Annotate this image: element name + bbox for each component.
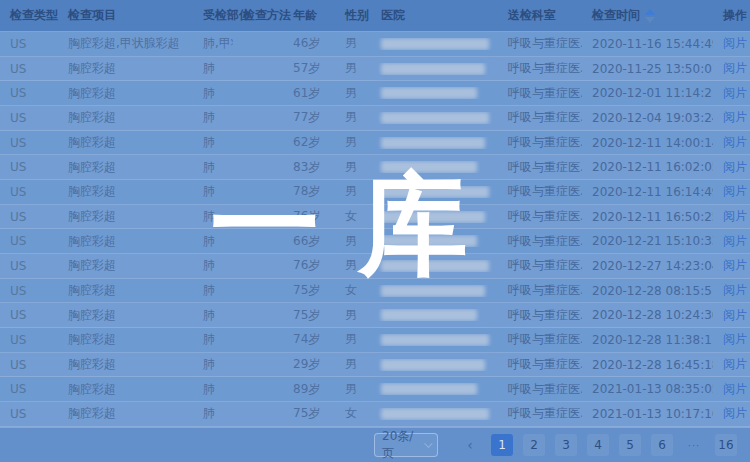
cell-action: 阅片 [713, 356, 750, 373]
cell-hospital-redacted [371, 383, 498, 395]
view-images-link[interactable]: 阅片 [723, 308, 747, 322]
table-row[interactable]: US 胸腔彩超 肺 29岁 男 呼吸与重症医... 2020-12-28 16:… [0, 353, 750, 378]
page-button-1[interactable]: 1 [491, 434, 513, 456]
table-row[interactable]: US 胸腔彩超 肺 75岁 男 呼吸与重症医... 2020-12-28 10:… [0, 303, 750, 328]
cell-age: 29岁 [283, 356, 335, 373]
page-button-3[interactable]: 3 [555, 434, 577, 456]
view-images-link[interactable]: 阅片 [723, 234, 747, 248]
pager-ellipsis[interactable]: ··· [683, 434, 705, 456]
cell-action: 阅片 [713, 208, 750, 225]
page-button-2[interactable]: 2 [523, 434, 545, 456]
sort-caret-icon[interactable] [645, 9, 655, 23]
prev-page-button[interactable]: ‹ [459, 434, 481, 456]
cell-hospital-redacted [371, 112, 498, 124]
cell-exam-item: 胸腔彩超 [58, 282, 193, 299]
cell-exam-type: US [0, 160, 58, 174]
cell-gender: 男 [335, 134, 371, 151]
cell-hospital-redacted [371, 235, 498, 247]
table-row[interactable]: US 胸腔彩超 肺 66岁 男 呼吸与重症医... 2020-12-21 15:… [0, 229, 750, 254]
view-images-link[interactable]: 阅片 [723, 36, 747, 50]
cell-hospital-redacted [371, 186, 498, 198]
column-header-hospital: 医院 [371, 7, 498, 24]
table-row[interactable]: US 胸腔彩超 肺 89岁 男 呼吸与重症医... 2021-01-13 08:… [0, 377, 750, 402]
cell-body-part: 肺 [193, 233, 233, 250]
table-row[interactable]: US 胸腔彩超 肺 77岁 男 呼吸与重症医... 2020-12-04 19:… [0, 106, 750, 131]
cell-age: 77岁 [283, 109, 335, 126]
table-row[interactable]: US 胸腔彩超 肺 62岁 男 呼吸与重症医... 2020-12-11 14:… [0, 131, 750, 156]
view-images-link[interactable]: 阅片 [723, 184, 747, 198]
view-images-link[interactable]: 阅片 [723, 382, 747, 396]
cell-body-part: 肺 [193, 282, 233, 299]
page-button-6[interactable]: 6 [651, 434, 673, 456]
exam-worklist-screen: 检查类型 检查项目 受检部位 检查方法 年龄 性别 医院 送检科室 检查时间 操… [0, 0, 750, 462]
table-row[interactable]: US 胸腔彩超,甲状腺彩超 肺,甲状... 46岁 男 呼吸与重症医... 20… [0, 32, 750, 57]
page-size-select[interactable]: 20条/页 [374, 433, 438, 457]
table-row[interactable]: US 胸腔彩超 肺 75岁 女 呼吸与重症医... 2021-01-13 10:… [0, 402, 750, 427]
redaction-blur [381, 309, 477, 321]
cell-department: 呼吸与重症医... [498, 381, 582, 398]
view-images-link[interactable]: 阅片 [723, 357, 747, 371]
cell-exam-item: 胸腔彩超 [58, 109, 193, 126]
view-images-link[interactable]: 阅片 [723, 209, 747, 223]
cell-gender: 男 [335, 109, 371, 126]
view-images-link[interactable]: 阅片 [723, 406, 747, 420]
cell-exam-time: 2020-12-27 14:23:04 [582, 259, 713, 273]
view-images-link[interactable]: 阅片 [723, 61, 747, 75]
cell-body-part: 肺 [193, 109, 233, 126]
cell-action: 阅片 [713, 331, 750, 348]
table-header-row: 检查类型 检查项目 受检部位 检查方法 年龄 性别 医院 送检科室 检查时间 操… [0, 0, 750, 32]
cell-exam-time: 2020-12-11 14:00:14 [582, 136, 713, 150]
cell-exam-type: US [0, 62, 58, 76]
cell-body-part: 肺 [193, 134, 233, 151]
cell-age: 61岁 [283, 85, 335, 102]
table-body: US 胸腔彩超,甲状腺彩超 肺,甲状... 46岁 男 呼吸与重症医... 20… [0, 32, 750, 427]
table-row[interactable]: US 胸腔彩超 肺 78岁 男 呼吸与重症医... 2020-12-11 16:… [0, 180, 750, 205]
page-button-5[interactable]: 5 [619, 434, 641, 456]
column-header-exam-item: 检查项目 [58, 7, 193, 24]
redaction-blur [381, 63, 485, 75]
view-images-link[interactable]: 阅片 [723, 332, 747, 346]
redaction-blur [381, 38, 489, 50]
redaction-blur [381, 161, 477, 173]
view-images-link[interactable]: 阅片 [723, 86, 747, 100]
view-images-link[interactable]: 阅片 [723, 135, 747, 149]
table-row[interactable]: US 胸腔彩超 肺 75岁 女 呼吸与重症医... 2020-12-28 08:… [0, 279, 750, 304]
cell-exam-type: US [0, 37, 58, 51]
cell-gender: 男 [335, 85, 371, 102]
cell-age: 78岁 [283, 183, 335, 200]
pager: ‹ 123456···16 [454, 434, 742, 456]
cell-department: 呼吸与重症医... [498, 60, 582, 77]
cell-exam-type: US [0, 308, 58, 322]
cell-exam-item: 胸腔彩超,甲状腺彩超 [58, 35, 193, 52]
cell-exam-item: 胸腔彩超 [58, 183, 193, 200]
cell-exam-item: 胸腔彩超 [58, 60, 193, 77]
table-row[interactable]: US 胸腔彩超 肺 61岁 男 呼吸与重症医... 2020-12-01 11:… [0, 81, 750, 106]
cell-hospital-redacted [371, 38, 498, 50]
table-row[interactable]: US 胸腔彩超 肺 76岁 女 呼吸与重症医... 2020-12-11 16:… [0, 205, 750, 230]
cell-exam-item: 胸腔彩超 [58, 85, 193, 102]
cell-body-part: 肺 [193, 85, 233, 102]
view-images-link[interactable]: 阅片 [723, 283, 747, 297]
table-row[interactable]: US 胸腔彩超 肺 74岁 男 呼吸与重症医... 2020-12-28 11:… [0, 328, 750, 353]
page-button-16[interactable]: 16 [715, 434, 737, 456]
cell-department: 呼吸与重症医... [498, 405, 582, 422]
view-images-link[interactable]: 阅片 [723, 258, 747, 272]
page-button-4[interactable]: 4 [587, 434, 609, 456]
view-images-link[interactable]: 阅片 [723, 110, 747, 124]
cell-body-part: 肺 [193, 60, 233, 77]
cell-exam-type: US [0, 111, 58, 125]
cell-age: 76岁 [283, 208, 335, 225]
cell-body-part: 肺,甲状... [193, 35, 233, 52]
cell-age: 57岁 [283, 60, 335, 77]
table-row[interactable]: US 胸腔彩超 肺 76岁 男 呼吸与重症医... 2020-12-27 14:… [0, 254, 750, 279]
cell-gender: 女 [335, 282, 371, 299]
table-row[interactable]: US 胸腔彩超 肺 83岁 男 呼吸与重症医... 2020-12-11 16:… [0, 155, 750, 180]
cell-exam-item: 胸腔彩超 [58, 307, 193, 324]
column-header-exam-time[interactable]: 检查时间 [582, 7, 713, 24]
cell-body-part: 肺 [193, 159, 233, 176]
cell-gender: 女 [335, 208, 371, 225]
view-images-link[interactable]: 阅片 [723, 160, 747, 174]
cell-exam-item: 胸腔彩超 [58, 159, 193, 176]
cell-exam-time: 2020-12-28 10:24:30 [582, 308, 713, 322]
table-row[interactable]: US 胸腔彩超 肺 57岁 男 呼吸与重症医... 2020-11-25 13:… [0, 57, 750, 82]
